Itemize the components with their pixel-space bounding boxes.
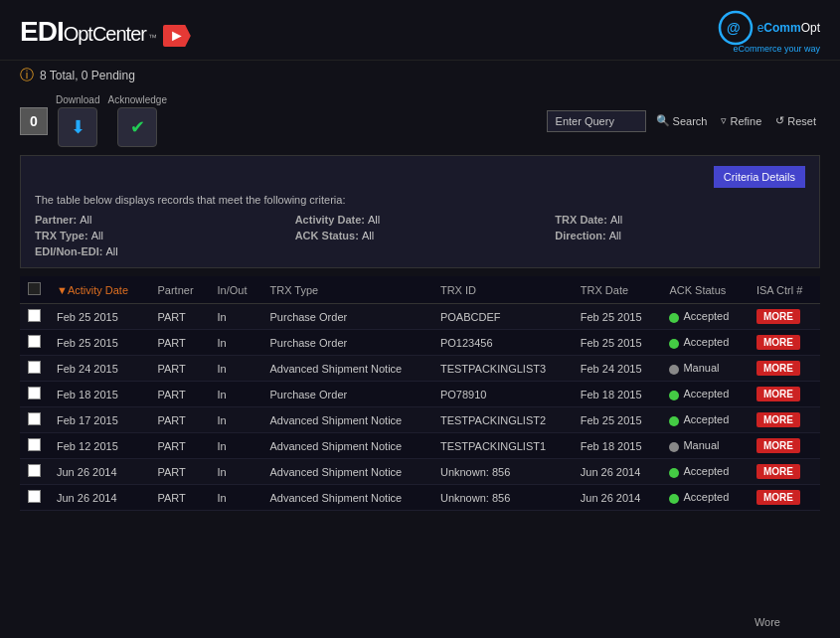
row-checkbox[interactable]	[28, 387, 41, 399]
row-checkbox-cell	[20, 382, 49, 407]
wore-text: Wore	[755, 616, 780, 628]
more-button[interactable]: MORE	[756, 438, 800, 453]
cell-trx-type: Purchase Order	[262, 382, 432, 407]
criteria-direction: Direction: All	[555, 230, 805, 241]
refine-button[interactable]: ▿ Refine	[717, 111, 765, 130]
cell-trx-id: PO78910	[432, 382, 573, 407]
cell-trx-type: Advanced Shipment Notice	[262, 407, 432, 433]
toolbar-left: 0 Download ⬇ Acknowledge ✔	[20, 94, 167, 147]
cell-partner: PART	[149, 407, 209, 433]
more-button[interactable]: MORE	[756, 412, 800, 427]
table-row: Feb 17 2015PARTInAdvanced Shipment Notic…	[20, 407, 820, 433]
cell-trx-id: TESTPACKINGLIST2	[432, 407, 573, 433]
more-button[interactable]: MORE	[756, 309, 800, 324]
cell-trx-date: Feb 18 2015	[573, 382, 662, 407]
more-button[interactable]: MORE	[756, 490, 800, 505]
status-bar: ⓘ 8 Total, 0 Pending	[0, 61, 840, 90]
cell-more: MORE	[749, 433, 820, 459]
ecomm-icon: @	[718, 10, 754, 46]
table-body: Feb 25 2015PARTInPurchase OrderPOABCDEFF…	[20, 304, 820, 511]
cell-more: MORE	[749, 382, 820, 407]
ecomm-tagline: eCommerce your way	[733, 44, 820, 54]
more-button[interactable]: MORE	[756, 361, 800, 376]
cell-partner: PART	[149, 433, 209, 459]
query-select[interactable]: Enter Query	[547, 110, 646, 132]
svg-text:@: @	[727, 20, 741, 36]
cell-activity-date: Feb 25 2015	[49, 304, 149, 330]
cell-in-out: In	[210, 330, 262, 356]
row-checkbox[interactable]	[28, 490, 41, 503]
cell-more: MORE	[749, 485, 820, 511]
cell-partner: PART	[149, 330, 209, 356]
cell-partner: PART	[149, 485, 209, 511]
acknowledge-btn-wrapper: Acknowledge ✔	[107, 94, 166, 147]
header-in-out: In/Out	[210, 276, 262, 304]
ack-status-dot	[669, 468, 679, 478]
row-checkbox[interactable]	[28, 438, 41, 451]
cell-trx-id: PO123456	[432, 330, 573, 356]
search-label: Search	[673, 115, 708, 127]
header-trx-type: TRX Type	[262, 276, 432, 304]
acknowledge-icon: ✔	[130, 116, 145, 138]
cell-trx-id: POABCDEF	[432, 304, 573, 330]
logo-arrow: ►	[163, 25, 191, 47]
acknowledge-button[interactable]: ✔	[117, 107, 157, 147]
more-button[interactable]: MORE	[756, 335, 800, 350]
reset-icon: ↺	[775, 114, 784, 127]
cell-in-out: In	[210, 382, 262, 407]
cell-in-out: In	[210, 433, 262, 459]
row-checkbox-cell	[20, 407, 49, 433]
table-row: Jun 26 2014PARTInAdvanced Shipment Notic…	[20, 459, 820, 485]
cell-activity-date: Feb 25 2015	[49, 330, 149, 356]
row-checkbox[interactable]	[28, 309, 41, 322]
row-checkbox-cell	[20, 459, 49, 485]
header-partner: Partner	[149, 276, 209, 304]
app-wrapper: EDIOptCenter ™ ► @ eCommOpt eCommerce yo…	[0, 0, 840, 638]
row-checkbox-cell	[20, 356, 49, 382]
cell-trx-id: TESTPACKINGLIST3	[432, 356, 573, 382]
download-button[interactable]: ⬇	[58, 107, 97, 147]
cell-ack-status: Accepted	[661, 407, 748, 433]
cell-activity-date: Feb 12 2015	[49, 433, 149, 459]
criteria-grid: Partner: All Activity Date: All TRX Date…	[35, 214, 805, 257]
cell-more: MORE	[749, 459, 820, 485]
status-text: 8 Total, 0 Pending	[40, 69, 135, 82]
cell-activity-date: Feb 24 2015	[49, 356, 149, 382]
row-checkbox[interactable]	[28, 412, 41, 425]
search-button[interactable]: 🔍 Search	[652, 111, 712, 130]
row-checkbox[interactable]	[28, 335, 41, 348]
cell-in-out: In	[210, 304, 262, 330]
download-btn-wrapper: Download ⬇	[56, 94, 99, 147]
cell-ack-status: Accepted	[661, 485, 748, 511]
row-checkbox[interactable]	[28, 361, 41, 374]
header-trx-date: TRX Date	[573, 276, 662, 304]
more-button[interactable]: MORE	[756, 387, 800, 401]
ack-status-dot	[669, 442, 679, 452]
table-row: Feb 25 2015PARTInPurchase OrderPOABCDEFF…	[20, 304, 820, 330]
row-checkbox-cell	[20, 433, 49, 459]
header-ack-status: ACK Status	[661, 276, 748, 304]
cell-trx-type: Purchase Order	[262, 330, 432, 356]
cell-trx-date: Feb 25 2015	[573, 304, 662, 330]
refine-icon: ▿	[721, 114, 727, 127]
cell-activity-date: Feb 18 2015	[49, 382, 149, 407]
footer-area: Wore	[0, 618, 840, 638]
cell-trx-type: Purchase Order	[262, 304, 432, 330]
ack-status-dot	[669, 391, 679, 400]
logo-edi-text: EDIOptCenter	[20, 16, 146, 48]
more-button[interactable]: MORE	[756, 464, 800, 479]
row-checkbox[interactable]	[28, 464, 41, 477]
logo-tm: ™	[148, 33, 157, 43]
reset-button[interactable]: ↺ Reset	[771, 111, 820, 130]
select-all-checkbox[interactable]	[28, 282, 41, 295]
main-table: ▼Activity Date Partner In/Out TRX Type T…	[20, 276, 820, 511]
cell-trx-date: Feb 25 2015	[573, 407, 662, 433]
header-checkbox-cell	[20, 276, 49, 304]
cell-ack-status: Accepted	[661, 330, 748, 356]
table-container: ▼Activity Date Partner In/Out TRX Type T…	[20, 276, 820, 618]
refine-label: Refine	[730, 115, 761, 127]
cell-more: MORE	[749, 304, 820, 330]
criteria-details-button[interactable]: Criteria Details	[714, 166, 805, 188]
row-checkbox-cell	[20, 304, 49, 330]
header-activity-date[interactable]: ▼Activity Date	[49, 276, 149, 304]
